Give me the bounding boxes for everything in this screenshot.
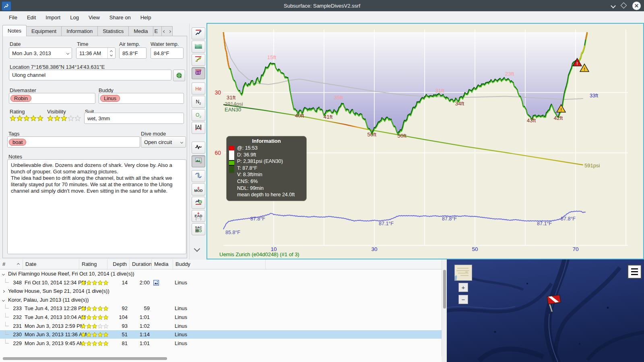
tab-bar: NotesEquipmentInformationStatisticsMedia… (2, 25, 173, 36)
expand-icon[interactable] (2, 286, 4, 295)
divemaster-tag[interactable]: Robin (10, 95, 31, 102)
time-stepper[interactable]: 11:36 AM (76, 47, 116, 59)
notes-textarea[interactable]: Unbelievable dive. Dozens and dozens of … (7, 159, 186, 254)
sac-button[interactable]: SAC (192, 223, 205, 235)
svg-text:23ft: 23ft (505, 71, 514, 77)
svg-text:85.8°F: 85.8°F (225, 230, 240, 235)
dive-duration: 59 (130, 304, 150, 313)
po2-graph-button[interactable]: O2 (192, 109, 205, 121)
location-input[interactable]: Ulong channel (9, 70, 171, 80)
close-icon[interactable]: ✕ (632, 2, 641, 10)
dive-row-232[interactable]: 232Tue Jun 4, 2013 10:04 AM1041:01Linus (0, 313, 442, 321)
tab-statistics[interactable]: Statistics (97, 26, 129, 36)
visibility-stars[interactable] (47, 115, 81, 121)
trip-row[interactable]: Koror, Palau, Jun 2013 (11 dive(s)) (0, 296, 442, 304)
heart-rate-button[interactable] (192, 142, 205, 154)
svg-text:50ft: 50ft (367, 132, 376, 138)
map-zoom-out-button[interactable]: − (458, 295, 468, 304)
map-canvas[interactable] (447, 259, 644, 362)
dc-ceiling-button[interactable] (192, 27, 205, 39)
column-header-depth[interactable]: Depth (107, 259, 130, 269)
divemaster-input[interactable]: Robin (9, 93, 95, 104)
setpoint-events-button[interactable] (192, 67, 205, 79)
ead-icon: +EAD(····) (194, 212, 202, 220)
phe-graph-button[interactable]: He (192, 82, 205, 95)
suit-input[interactable]: wet, 3mm (84, 113, 184, 124)
tab-equipment[interactable]: Equipment (26, 26, 62, 36)
trip-title: Koror, Palau, Jun 2013 (11 dive(s)) (8, 296, 89, 304)
rating-stars[interactable] (10, 115, 43, 121)
tissues-button[interactable] (192, 122, 205, 134)
dive-mode-select[interactable]: Open circuit (141, 136, 186, 148)
menu-item-view[interactable]: View (85, 13, 104, 22)
air-temp-field[interactable]: 85.8°F (119, 47, 147, 59)
dive-list-vertical-scrollbar[interactable] (442, 259, 447, 356)
collapse-icon[interactable] (2, 295, 4, 304)
column-header-rating[interactable]: Rating (79, 259, 107, 269)
dive-rating-stars (80, 340, 109, 349)
ead-button[interactable]: +EAD(····) (192, 210, 205, 222)
collapse-icon[interactable] (2, 269, 4, 278)
buddy-input[interactable]: Linus (99, 93, 184, 104)
dive-depth: 104 (107, 313, 128, 321)
column-header-num[interactable]: # (0, 259, 23, 269)
dive-row-231[interactable]: 231Mon Jun 3, 2013 2:59 PM931:02Linus (0, 322, 442, 330)
toolbar-scroll-down-button[interactable] (195, 245, 199, 253)
trip-row[interactable]: Divi Flamingo House Reef, Fri Oct 10, 20… (0, 269, 442, 278)
svg-text:35ft: 35ft (334, 95, 343, 101)
svg-text:50ft: 50ft (397, 133, 407, 139)
column-header-buddy[interactable]: Buddy (173, 259, 266, 269)
date-select[interactable]: Mon Jun 3, 2013 (9, 47, 72, 59)
tab-notes[interactable]: Notes (2, 25, 27, 36)
maximize-icon[interactable] (621, 2, 626, 9)
dive-site-map[interactable]: + − (447, 259, 644, 362)
column-header-duration[interactable]: Duration (130, 259, 152, 269)
scrollbar-thumb[interactable] (3, 357, 167, 360)
pn2-graph-button[interactable]: N2 (192, 96, 205, 108)
tags-input[interactable]: boat (7, 136, 140, 148)
notes-panel: NotesEquipmentInformationStatisticsMedia… (0, 23, 189, 259)
tab-scroll-left-icon[interactable] (163, 30, 166, 33)
location-value: Ulong channel (12, 72, 45, 78)
tab-media[interactable]: Media (128, 26, 153, 36)
gas-change-button[interactable] (192, 170, 205, 182)
air-temp-value: 85.8°F (122, 50, 138, 56)
globe-icon (176, 72, 182, 79)
buddy-tag[interactable]: Linus (100, 95, 120, 102)
dc-runtime-button[interactable] (192, 197, 205, 209)
tab-scroll-right-icon[interactable] (168, 30, 171, 33)
column-header-media[interactable]: Media (152, 259, 173, 269)
dive-list-horizontal-scrollbar[interactable] (0, 356, 442, 362)
time-spin-buttons[interactable] (107, 48, 112, 58)
ceiling-3m-button[interactable] (192, 54, 205, 66)
minimize-icon[interactable] (611, 2, 615, 9)
photos-button[interactable] (192, 155, 205, 167)
map-zoom-in-button[interactable]: + (458, 283, 468, 292)
menu-item-log[interactable]: Log (66, 13, 83, 22)
water-temp-field[interactable]: 84.8°F (151, 47, 184, 59)
menu-item-file[interactable]: File (5, 13, 21, 22)
mod-button[interactable]: +MOD (192, 183, 205, 195)
tag-boat[interactable]: boat (9, 139, 26, 146)
svg-text:Uemis Zurich (e04d0248) (#1 of: Uemis Zurich (e04d0248) (#1 of 3) (219, 251, 299, 257)
dive-row-348[interactable]: 348Fri Oct 10, 2014 12:34 PM142:00Linus (0, 278, 442, 287)
column-header-date[interactable]: Date (23, 259, 79, 269)
calculated-ceiling-button[interactable] (192, 41, 205, 53)
scrollbar-thumb[interactable] (443, 270, 446, 309)
tab-information[interactable]: Information (61, 26, 98, 36)
dive-row-233[interactable]: 233Tue Jun 4, 2013 12:28 PM9259Linus (0, 304, 442, 313)
dive-depth: 92 (107, 304, 128, 313)
diverclock-icon (195, 199, 202, 207)
menu-item-share-on[interactable]: Share on (105, 13, 135, 22)
tab-e[interactable]: E (153, 26, 162, 36)
minimap-toggle[interactable] (454, 265, 472, 281)
menu-item-import[interactable]: Import (41, 13, 64, 22)
trip-row[interactable]: Yellow House, Sun Sep 21, 2014 (1 dive(s… (0, 287, 442, 295)
dive-row-230[interactable]: 230Mon Jun 3, 2013 11:36 AM511:14Linus (0, 330, 442, 339)
map-location-button[interactable] (173, 70, 185, 81)
map-menu-button[interactable] (627, 265, 642, 279)
date-value: Mon Jun 3, 2013 (12, 50, 51, 56)
menu-item-help[interactable]: Help (136, 13, 155, 22)
dive-row-229[interactable]: 229Mon Jun 3, 2013 9:45 AM811:01Linus (0, 339, 442, 348)
menu-item-edit[interactable]: Edit (23, 13, 40, 22)
